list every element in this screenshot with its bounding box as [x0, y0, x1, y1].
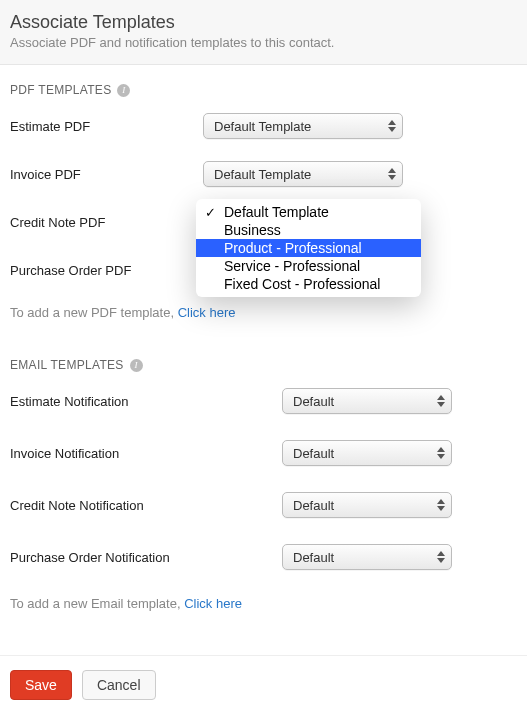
page-header: Associate Templates Associate PDF and no… — [0, 0, 527, 65]
pdf-templates-section: PDF TEMPLATES i Estimate PDF Default Tem… — [0, 65, 527, 340]
help-icon[interactable]: i — [130, 359, 143, 372]
estimate-pdf-select[interactable]: Default Template — [203, 113, 403, 139]
updown-icon — [435, 496, 447, 514]
updown-icon — [435, 548, 447, 566]
email-templates-section: EMAIL TEMPLATES i Estimate Notification … — [0, 340, 527, 631]
updown-icon — [435, 392, 447, 410]
dropdown-option[interactable]: Business — [196, 221, 421, 239]
help-icon[interactable]: i — [117, 84, 130, 97]
pdf-add-link[interactable]: Click here — [178, 305, 236, 320]
dropdown-option-label: Service - Professional — [224, 258, 360, 274]
email-section-title: EMAIL TEMPLATES i — [10, 358, 517, 372]
invoice-email-row: Invoice Notification Default — [10, 440, 517, 466]
invoice-email-value: Default — [293, 446, 334, 461]
estimate-email-row: Estimate Notification Default — [10, 388, 517, 414]
purchaseorder-pdf-label: Purchase Order PDF — [10, 263, 203, 278]
invoice-pdf-select[interactable]: Default Template — [203, 161, 403, 187]
purchaseorder-email-value: Default — [293, 550, 334, 565]
estimate-email-label: Estimate Notification — [10, 394, 282, 409]
page-title: Associate Templates — [10, 12, 517, 33]
invoice-email-select[interactable]: Default — [282, 440, 452, 466]
pdf-section-title: PDF TEMPLATES i — [10, 83, 517, 97]
save-button[interactable]: Save — [10, 670, 72, 700]
updown-icon — [386, 165, 398, 183]
dropdown-option-label: Business — [224, 222, 281, 238]
creditnote-pdf-label: Credit Note PDF — [10, 215, 203, 230]
updown-icon — [435, 444, 447, 462]
invoice-pdf-row: Invoice PDF Default Template — [10, 161, 517, 187]
email-add-note: To add a new Email template, Click here — [10, 596, 517, 611]
creditnote-email-value: Default — [293, 498, 334, 513]
creditnote-pdf-dropdown[interactable]: ✓Default TemplateBusinessProduct - Profe… — [196, 199, 421, 297]
email-section-title-text: EMAIL TEMPLATES — [10, 358, 124, 372]
estimate-email-select[interactable]: Default — [282, 388, 452, 414]
cancel-button[interactable]: Cancel — [82, 670, 156, 700]
estimate-pdf-value: Default Template — [214, 119, 311, 134]
estimate-pdf-row: Estimate PDF Default Template — [10, 113, 517, 139]
purchaseorder-email-row: Purchase Order Notification Default — [10, 544, 517, 570]
creditnote-email-select[interactable]: Default — [282, 492, 452, 518]
dropdown-option-label: Fixed Cost - Professional — [224, 276, 380, 292]
invoice-pdf-value: Default Template — [214, 167, 311, 182]
dropdown-option[interactable]: ✓Default Template — [196, 203, 421, 221]
pdf-add-note: To add a new PDF template, Click here — [10, 305, 517, 320]
check-icon: ✓ — [205, 205, 216, 220]
dropdown-option[interactable]: Fixed Cost - Professional — [196, 275, 421, 293]
invoice-email-label: Invoice Notification — [10, 446, 282, 461]
invoice-pdf-label: Invoice PDF — [10, 167, 203, 182]
creditnote-email-row: Credit Note Notification Default — [10, 492, 517, 518]
pdf-add-note-text: To add a new PDF template, — [10, 305, 178, 320]
footer: Save Cancel — [0, 655, 527, 711]
purchaseorder-email-label: Purchase Order Notification — [10, 550, 282, 565]
purchaseorder-email-select[interactable]: Default — [282, 544, 452, 570]
estimate-email-value: Default — [293, 394, 334, 409]
dropdown-option[interactable]: Service - Professional — [196, 257, 421, 275]
estimate-pdf-label: Estimate PDF — [10, 119, 203, 134]
dropdown-option[interactable]: Product - Professional — [196, 239, 421, 257]
email-add-note-text: To add a new Email template, — [10, 596, 184, 611]
dropdown-option-label: Product - Professional — [224, 240, 362, 256]
updown-icon — [386, 117, 398, 135]
pdf-section-title-text: PDF TEMPLATES — [10, 83, 111, 97]
creditnote-email-label: Credit Note Notification — [10, 498, 282, 513]
email-add-link[interactable]: Click here — [184, 596, 242, 611]
dropdown-option-label: Default Template — [224, 204, 329, 220]
page-subtitle: Associate PDF and notification templates… — [10, 35, 517, 50]
